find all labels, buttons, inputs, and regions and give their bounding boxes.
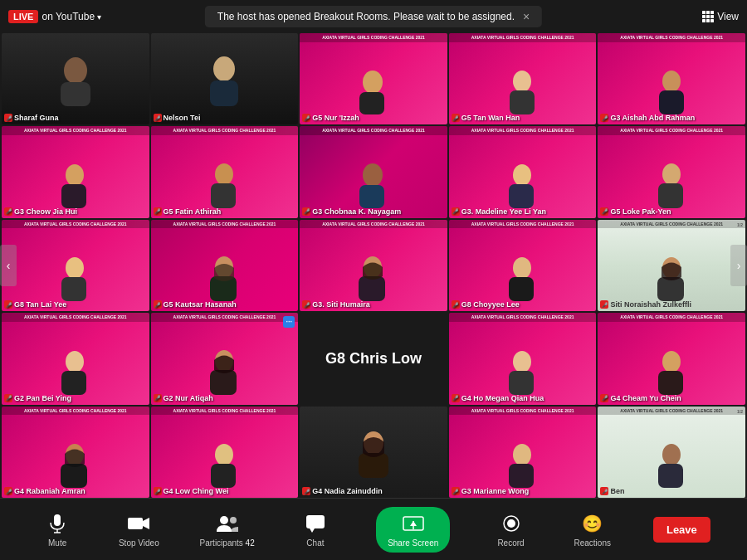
- participants-count: 42: [246, 538, 255, 548]
- video-cell-5: AXIATA VIRTUAL GIRLS CODING CHALLENGE 20…: [598, 33, 745, 124]
- chat-label: Chat: [306, 538, 324, 548]
- video-cell-19: AXIATA VIRTUAL GIRLS CODING CHALLENGE 20…: [449, 313, 597, 404]
- axiata-title-10: AXIATA VIRTUAL GIRLS CODING CHALLENGE 20…: [598, 126, 745, 135]
- live-indicator: LIVE: [8, 10, 38, 23]
- chat-button[interactable]: Chat: [295, 511, 336, 548]
- youtube-label: on YouTube ▾: [42, 11, 101, 22]
- record-button[interactable]: Record: [491, 511, 532, 548]
- video-cell-7: AXIATA VIRTUAL GIRLS CODING CHALLENGE 20…: [151, 126, 299, 217]
- svg-rect-9: [659, 90, 684, 114]
- video-cell-2: 🎤 Nelson Tei: [151, 33, 299, 124]
- axiata-title-20: AXIATA VIRTUAL GIRLS CODING CHALLENGE 20…: [598, 313, 745, 322]
- svg-point-54: [230, 517, 237, 523]
- svg-rect-1: [61, 82, 90, 106]
- svg-rect-48: [54, 514, 61, 526]
- name-tag-12: 🎤 G5 Kautsar Hasanah: [154, 300, 237, 309]
- name-tag-2: 🎤 Nelson Tei: [154, 114, 201, 122]
- live-badge: LIVE on YouTube ▾: [8, 10, 101, 23]
- svg-rect-11: [61, 184, 86, 208]
- svg-rect-13: [211, 183, 236, 208]
- share-screen-icon: [401, 512, 426, 537]
- svg-point-26: [513, 257, 531, 279]
- chevron-down-icon[interactable]: ▾: [97, 12, 101, 22]
- video-cell-17: AXIATA VIRTUAL GIRLS CODING CHALLENGE 20…: [151, 313, 299, 404]
- notification-text: The host has opened Breakout Rooms. Plea…: [217, 11, 515, 22]
- next-page-button[interactable]: ›: [730, 245, 747, 286]
- name-tag-22: 🎤 G4 Low Ching Wei: [154, 487, 229, 495]
- axiata-title-24: AXIATA VIRTUAL GIRLS CODING CHALLENGE 20…: [449, 407, 597, 416]
- video-cell-23: 🎤 G4 Nadia Zainuddin: [300, 407, 447, 498]
- participants-button[interactable]: Participants 42: [200, 511, 255, 548]
- svg-rect-15: [359, 185, 384, 208]
- name-tag-21: 🎤 G4 Rabaniah Amran: [4, 487, 85, 495]
- axiata-title-9: AXIATA VIRTUAL GIRLS CODING CHALLENGE 20…: [449, 126, 597, 135]
- reactions-icon: 😊: [580, 511, 605, 536]
- name-tag-3: 🎤 G5 Nur 'Izzah: [302, 114, 359, 122]
- name-tag-1: 🎤 Sharaf Guna: [4, 114, 59, 122]
- share-screen-button[interactable]: Share Screen: [376, 507, 450, 553]
- name-tag-6: 🎤 G3 Cheow Jia Hui: [4, 207, 77, 216]
- leave-button[interactable]: Leave: [653, 517, 710, 543]
- svg-point-18: [662, 163, 681, 185]
- axiata-title-19: AXIATA VIRTUAL GIRLS CODING CHALLENGE 20…: [449, 313, 597, 322]
- name-tag-23: 🎤 G4 Nadia Zainuddin: [302, 487, 383, 495]
- svg-point-53: [220, 516, 228, 524]
- name-tag-5: 🎤 G3 Aishah Abd Rahman: [600, 114, 695, 122]
- share-screen-label: Share Screen: [388, 538, 438, 548]
- svg-rect-21: [61, 277, 86, 301]
- video-cell-22: AXIATA VIRTUAL GIRLS CODING CHALLENGE 20…: [151, 407, 299, 498]
- svg-point-30: [66, 351, 84, 373]
- view-button[interactable]: View: [702, 11, 739, 22]
- video-cell-20: AXIATA VIRTUAL GIRLS CODING CHALLENGE 20…: [598, 313, 745, 404]
- svg-point-12: [215, 163, 233, 185]
- chat-icon: [303, 511, 328, 536]
- notification-bar: The host has opened Breakout Rooms. Plea…: [205, 6, 542, 27]
- grid-view-icon: [702, 11, 714, 22]
- svg-point-61: [507, 519, 515, 528]
- name-tag-4: 🎤 G5 Tan Wan Han: [452, 114, 520, 122]
- axiata-title-3: AXIATA VIRTUAL GIRLS CODING CHALLENGE 20…: [300, 33, 447, 42]
- svg-rect-19: [658, 183, 683, 208]
- name-tag-25: 🎤 Ben: [600, 487, 624, 495]
- svg-point-4: [363, 71, 383, 94]
- svg-rect-47: [658, 464, 683, 488]
- svg-rect-7: [510, 90, 535, 114]
- svg-point-14: [363, 163, 383, 187]
- svg-point-34: [513, 351, 531, 373]
- name-tag-15: 🎤 Siti Noraishah Zulkeffli: [600, 300, 691, 309]
- svg-point-36: [662, 351, 681, 373]
- mute-label: Mute: [48, 538, 66, 548]
- svg-point-40: [215, 444, 233, 465]
- stop-video-label: Stop Video: [119, 538, 159, 548]
- svg-point-10: [66, 164, 84, 186]
- svg-rect-25: [359, 276, 385, 301]
- axiata-title-16: AXIATA VIRTUAL GIRLS CODING CHALLENGE 20…: [2, 313, 149, 322]
- video-cell-21: AXIATA VIRTUAL GIRLS CODING CHALLENGE 20…: [2, 407, 149, 498]
- record-icon: [499, 511, 524, 536]
- svg-point-20: [66, 257, 84, 279]
- participants-label: Participants 42: [200, 538, 255, 548]
- close-notification-button[interactable]: ×: [523, 10, 530, 23]
- prev-page-button[interactable]: ‹: [0, 245, 17, 286]
- name-tag-17: 🎤 G2 Nur Atiqah: [154, 394, 213, 402]
- reactions-label: Reactions: [574, 538, 611, 548]
- svg-point-16: [513, 164, 531, 186]
- svg-point-2: [213, 56, 235, 81]
- axiata-title-12: AXIATA VIRTUAL GIRLS CODING CHALLENGE 20…: [151, 220, 299, 229]
- participants-icon: [215, 511, 240, 536]
- svg-rect-41: [211, 464, 236, 488]
- axiata-title-11: AXIATA VIRTUAL GIRLS CODING CHALLENGE 20…: [2, 220, 149, 229]
- video-cell-16: AXIATA VIRTUAL GIRLS CODING CHALLENGE 20…: [2, 313, 149, 404]
- video-cell-9: AXIATA VIRTUAL GIRLS CODING CHALLENGE 20…: [449, 126, 597, 217]
- video-cell-1: 🎤 Sharaf Guna: [2, 33, 149, 124]
- stop-video-button[interactable]: Stop Video: [118, 511, 159, 548]
- mute-button[interactable]: Mute: [37, 511, 78, 548]
- svg-rect-39: [61, 464, 87, 488]
- record-label: Record: [497, 538, 524, 548]
- video-cell-3: AXIATA VIRTUAL GIRLS CODING CHALLENGE 20…: [300, 33, 447, 124]
- svg-rect-31: [61, 371, 86, 395]
- name-tag-10: 🎤 G5 Loke Pak-Yen: [600, 207, 671, 216]
- svg-marker-52: [143, 518, 149, 529]
- reactions-button[interactable]: 😊 Reactions: [572, 511, 613, 548]
- axiata-title-7: AXIATA VIRTUAL GIRLS CODING CHALLENGE 20…: [151, 126, 299, 135]
